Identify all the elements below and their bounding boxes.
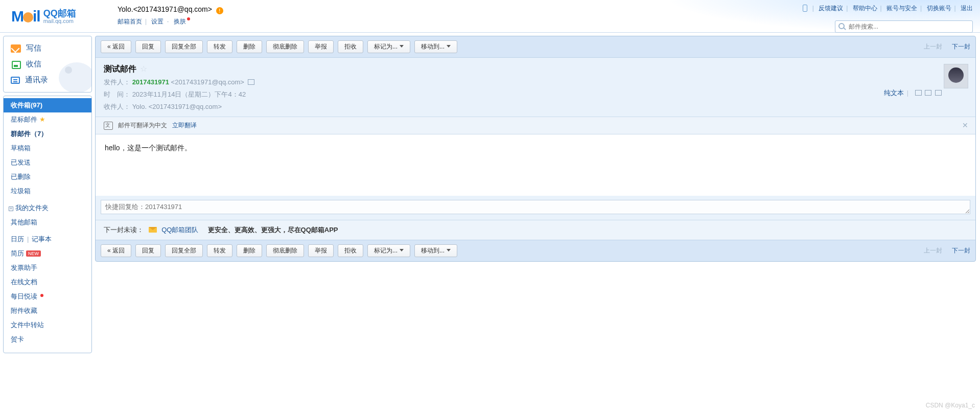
- link-invoice[interactable]: 发票助手: [4, 261, 91, 275]
- dot-icon: [40, 294, 43, 297]
- folder-starred[interactable]: 星标邮件★: [4, 112, 91, 127]
- link-skin[interactable]: 换肤: [174, 18, 186, 25]
- star-icon: ★: [39, 116, 45, 123]
- chevron-down-icon: [447, 45, 451, 48]
- chevron-down-icon: [447, 249, 451, 251]
- report-button[interactable]: 举报: [308, 40, 334, 53]
- link-feedback[interactable]: 反馈建议: [819, 5, 843, 12]
- folder-other-mail[interactable]: 其他邮箱: [4, 215, 91, 230]
- mark-as-button[interactable]: 标记为...: [367, 244, 410, 257]
- move-to-button[interactable]: 移动到...: [414, 40, 457, 53]
- next-unread-label: 下一封未读：: [104, 226, 144, 234]
- toolbar-bottom: « 返回 回复 回复全部 转发 删除 彻底删除 举报 拒收 标记为... 移动到…: [96, 240, 975, 261]
- link-account[interactable]: 账号与安全: [886, 5, 917, 12]
- encoding-icon[interactable]: [925, 90, 931, 96]
- folder-my-folders[interactable]: +我的文件夹: [4, 201, 91, 215]
- reply-button[interactable]: 回复: [135, 244, 161, 257]
- search-input[interactable]: [835, 20, 973, 33]
- logo-text: QQ邮箱 mail.qq.com: [43, 9, 76, 24]
- folder-junk[interactable]: 垃圾箱: [4, 184, 91, 198]
- link-settings[interactable]: 设置: [151, 18, 164, 25]
- print-icon[interactable]: [935, 90, 942, 96]
- reply-all-button[interactable]: 回复全部: [165, 244, 203, 257]
- link-transfer[interactable]: 文件中转站: [4, 318, 91, 332]
- toolbar-top: « 返回 回复 回复全部 转发 删除 彻底删除 举报 拒收 标记为... 移动到…: [96, 36, 975, 57]
- next-mail-link[interactable]: 下一封: [952, 246, 970, 255]
- back-button[interactable]: « 返回: [101, 244, 131, 257]
- chevron-down-icon: [400, 249, 404, 251]
- prev-mail-link: 上一封: [924, 42, 942, 51]
- forward-button[interactable]: 转发: [207, 40, 232, 53]
- folder-drafts[interactable]: 草稿箱: [4, 141, 91, 155]
- plain-text-toggle[interactable]: 纯文本: [884, 89, 904, 97]
- mail-body: hello，这是一个测试邮件。: [96, 134, 975, 196]
- link-attachments[interactable]: 附件收藏: [4, 304, 91, 318]
- forward-button[interactable]: 转发: [207, 244, 232, 257]
- reply-all-button[interactable]: 回复全部: [165, 40, 203, 53]
- link-logout[interactable]: 退出: [961, 5, 973, 12]
- link-daily[interactable]: 每日悦读: [4, 289, 91, 304]
- quick-reply-input[interactable]: [101, 200, 970, 214]
- contact-card-icon[interactable]: [248, 79, 254, 85]
- compose-button[interactable]: 写信: [4, 40, 91, 56]
- link-help[interactable]: 帮助中心: [853, 5, 877, 12]
- move-to-button[interactable]: 移动到...: [414, 244, 457, 257]
- mail-view: « 返回 回复 回复全部 转发 删除 彻底删除 举报 拒收 标记为... 移动到…: [95, 36, 976, 262]
- top-right-nav: | 反馈建议| 帮助中心| 账号与安全| 切换账号| 退出: [803, 4, 973, 13]
- contacts-button[interactable]: 通讯录: [4, 72, 91, 88]
- delete-button[interactable]: 删除: [237, 40, 262, 53]
- to-value: Yolo. <2017431971@qq.com>: [132, 103, 222, 110]
- reply-button[interactable]: 回复: [135, 40, 161, 53]
- inbox-icon: [11, 60, 21, 68]
- logo[interactable]: Mil QQ邮箱 mail.qq.com: [0, 0, 107, 32]
- time-value: 2023年11月14日（星期二）下午4：42: [132, 90, 246, 98]
- folder-sent[interactable]: 已发送: [4, 155, 91, 170]
- reject-button[interactable]: 拒收: [338, 244, 363, 257]
- star-toggle[interactable]: ☆: [140, 64, 147, 73]
- link-calendar[interactable]: 日历: [11, 235, 24, 243]
- next-mail-link[interactable]: 下一封: [952, 42, 970, 51]
- link-docs[interactable]: 在线文档: [4, 275, 91, 289]
- link-notes[interactable]: 记事本: [32, 235, 52, 243]
- new-badge: NEW: [26, 250, 41, 257]
- mail-subject: 测试邮件: [104, 64, 136, 73]
- folder-inbox[interactable]: 收件箱(97): [4, 98, 91, 112]
- next-unread-subject[interactable]: 更安全、更高效、更强大，尽在QQ邮箱APP: [208, 226, 338, 234]
- receive-button[interactable]: 收信: [4, 56, 91, 72]
- from-addr: <2017431971@qq.com>: [171, 78, 244, 86]
- to-label: 收件人：: [104, 103, 130, 110]
- expand-icon[interactable]: +: [9, 207, 13, 211]
- avatar[interactable]: [944, 64, 968, 88]
- folder-group[interactable]: 群邮件（7）: [4, 127, 91, 141]
- back-button[interactable]: « 返回: [101, 40, 131, 53]
- close-icon[interactable]: ✕: [962, 121, 968, 129]
- alert-icon[interactable]: !: [216, 7, 223, 14]
- mobile-icon[interactable]: [803, 5, 807, 12]
- folder-deleted[interactable]: 已删除: [4, 170, 91, 184]
- link-cards[interactable]: 贺卡: [4, 332, 91, 347]
- row-calendar-notes: 日历|记事本: [4, 232, 91, 246]
- next-unread-bar: 下一封未读： QQ邮箱团队 更安全、更高效、更强大，尽在QQ邮箱APP: [96, 220, 975, 240]
- delete-forever-button[interactable]: 彻底删除: [266, 244, 304, 257]
- report-button[interactable]: 举报: [308, 244, 334, 257]
- pencil-icon: [11, 44, 21, 53]
- time-label: 时 间：: [104, 90, 130, 98]
- link-switch[interactable]: 切换账号: [927, 5, 951, 12]
- logo-mark: Mil: [11, 8, 40, 25]
- window-icon[interactable]: [915, 90, 922, 96]
- mail-header: 测试邮件 ☆ 发件人： 2017431971 <2017431971@qq.co…: [96, 57, 975, 117]
- dot-icon: [187, 17, 190, 20]
- from-name[interactable]: 2017431971: [132, 78, 169, 86]
- next-unread-sender[interactable]: QQ邮箱团队: [161, 226, 198, 234]
- envelope-icon: [149, 227, 157, 233]
- mark-as-button[interactable]: 标记为...: [367, 40, 410, 53]
- link-resume[interactable]: 简历NEW: [4, 246, 91, 261]
- quick-reply: [96, 196, 975, 220]
- chevron-down-icon: [400, 45, 404, 48]
- delete-forever-button[interactable]: 彻底删除: [266, 40, 304, 53]
- side-main-panel: 写信 收信 通讯录: [3, 36, 92, 93]
- translate-action[interactable]: 立即翻译: [172, 121, 197, 130]
- reject-button[interactable]: 拒收: [338, 40, 363, 53]
- delete-button[interactable]: 删除: [237, 244, 262, 257]
- link-home[interactable]: 邮箱首页: [118, 18, 142, 25]
